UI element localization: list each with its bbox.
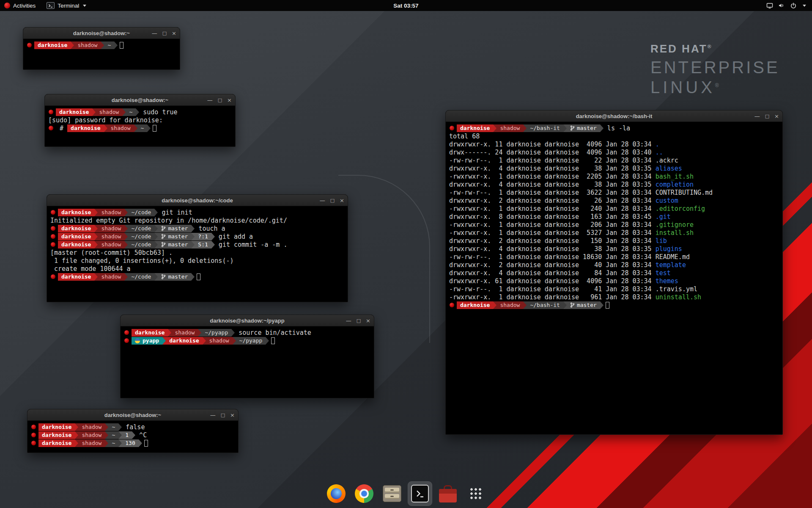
top-bar: Activities Terminal Sat 03:57 [0,0,812,11]
powerline-separator-icon [231,329,235,337]
dock-item-files[interactable] [380,482,404,505]
prompt-segment-host: shadow [107,124,134,132]
window-titlebar[interactable]: darknoise@shadow:~ — □ × [45,94,235,106]
prompt-segment-user: darknoise [58,225,94,232]
powerline-separator-icon [75,439,78,447]
minimize-button[interactable]: — [320,198,325,203]
window-title: darknoise@shadow:~ [112,97,168,103]
terminal-content[interactable]: darknoiseshadow~ sudo true[sudo] passwor… [45,106,235,134]
terminal-text: template [656,261,686,269]
terminal-window: darknoise@shadow:~/bash-it — □ × darknoi… [445,110,783,435]
maximize-button[interactable]: □ [357,318,361,323]
terminal-text: git commit -a -m . [215,241,288,248]
dock-item-chrome[interactable] [352,482,376,505]
terminal-line: drwxrwxr-x. 2 darknoise darknoise 40 Jan… [449,261,779,269]
terminal-text: -rwxrwxr-x. 1 darknoise darknoise 961 Ja… [449,293,656,301]
terminal-text: drwxrwxr-x. 11 darknoise darknoise 4096 … [449,141,656,148]
terminal-text: sudo true [139,108,177,116]
prompt-segment-path: ~/bash-it [527,301,563,309]
window-titlebar[interactable]: darknoise@shadow:~/pyapp — □ × [121,315,374,326]
minimize-button[interactable]: — [207,97,213,103]
prompt-segment-user: darknoise [58,273,94,281]
window-titlebar[interactable]: darknoise@shadow:~/code — □ × [47,195,348,206]
terminal-text: -rwxrwxr-x. 1 darknoise darknoise 206 Ja… [449,221,656,229]
powerline-separator-icon [105,431,108,439]
terminal-window: darknoise@shadow:~ — □ × darknoiseshadow… [23,27,180,70]
prompt-segment-host: shadow [497,301,523,309]
terminal-window: darknoise@shadow:~/code — □ × darknoises… [47,194,348,302]
maximize-button[interactable]: □ [162,31,167,36]
power-icon [790,2,797,9]
brand-enterprise: ENTERPRISE [650,58,780,77]
window-titlebar[interactable]: darknoise@shadow:~ — □ × [23,28,180,39]
volume-icon [778,2,785,9]
minimize-button[interactable]: — [152,30,157,36]
terminal-line: drwxrwxr-x. 8 darknoise darknoise 163 Ja… [449,213,779,221]
prompt-segment-git2: S:1 [195,241,211,248]
close-button[interactable]: × [366,318,370,323]
terminal-text: .travis.yml [656,285,697,293]
dock-item-firefox[interactable] [324,482,348,505]
close-button[interactable]: × [227,97,232,103]
dock-item-terminal[interactable] [408,482,432,505]
terminal-content[interactable]: darknoiseshadow~/bash-itmaster ls -latot… [446,122,782,311]
dock-item-toolbox[interactable] [436,482,460,505]
terminal-line: darknoiseshadow~ false [31,423,235,431]
powerline-separator-icon [124,273,128,281]
prompt-segment-git: master [567,301,600,309]
powerline-separator-icon [563,301,567,309]
prompt-segment-path: ~/code [128,233,154,240]
dock [324,482,488,505]
close-button[interactable]: × [172,30,176,36]
terminal-text: ^C [135,431,147,439]
terminal-content[interactable]: darknoiseshadow~/pyapp source bin/activa… [121,326,374,347]
close-button[interactable]: × [230,412,235,418]
powerline-separator-icon [118,431,122,439]
minimize-button[interactable]: — [346,318,351,323]
system-status-area[interactable] [766,2,812,9]
powerline-separator-icon [600,301,604,309]
powerline-separator-icon [211,233,215,240]
terminal-text: .ackrc [656,157,678,164]
dock-item-show-apps[interactable] [464,482,488,505]
clock[interactable]: Sat 03:57 [0,3,812,9]
close-button[interactable]: × [774,113,779,119]
terminal-line: create mode 100644 a [50,265,344,273]
maximize-button[interactable]: □ [765,114,769,119]
terminal-text: .. [656,149,663,156]
terminal-text: -rw-rw-r--. 1 darknoise darknoise 18630 … [449,253,656,261]
terminal-text: drwxrwxr-x. 4 darknoise darknoise 84 Jan… [449,269,656,277]
terminal-text: README.md [656,253,690,261]
prompt-segment-path: ~/code [128,225,154,232]
prompt-segment-path: ~/code [128,241,154,248]
powerline-separator-icon [493,124,497,132]
prompt-segment-path: ~/code [128,273,154,281]
terminal-content[interactable]: darknoiseshadow~/code git initInitialize… [47,206,348,283]
powerline-separator-icon [92,108,96,116]
window-titlebar[interactable]: darknoise@shadow:~/bash-it — □ × [446,110,782,122]
powerline-separator-icon [147,124,151,132]
terminal-text: custom [656,197,678,204]
terminal-text: -rw-rw-r--. 1 darknoise darknoise 41 Jan… [449,285,656,293]
terminal-text: .editorconfig [656,205,705,213]
terminal-text: create mode 100644 a [50,265,131,273]
terminal-text: -rw-rw-r--. 1 darknoise darknoise 22 Jan… [449,157,656,164]
terminal-content[interactable]: darknoiseshadow~ falsedarknoiseshadow~1 … [27,421,238,449]
minimize-button[interactable]: — [210,412,216,418]
maximize-button[interactable]: □ [221,413,225,417]
close-button[interactable]: × [340,198,344,203]
prompt-segment-user: darknoise [58,233,94,240]
app-menu[interactable]: Terminal [47,0,86,11]
terminal-text: touch a [195,225,225,232]
activities-button[interactable]: Activities [4,0,36,11]
terminal-text: [master (root-commit) 50bcb63] . [50,249,173,257]
maximize-button[interactable]: □ [330,198,335,203]
terminal-text: drwxrwxr-x. 4 darknoise darknoise 38 Jan… [449,165,656,172]
maximize-button[interactable]: □ [218,98,222,102]
prompt-redhat-icon [51,242,55,247]
window-titlebar[interactable]: darknoise@shadow:~ — □ × [27,409,238,421]
powerline-separator-icon [233,337,236,345]
minimize-button[interactable]: — [754,113,760,119]
terminal-content[interactable]: darknoiseshadow~ [23,39,180,51]
powerline-separator-icon [154,225,158,232]
